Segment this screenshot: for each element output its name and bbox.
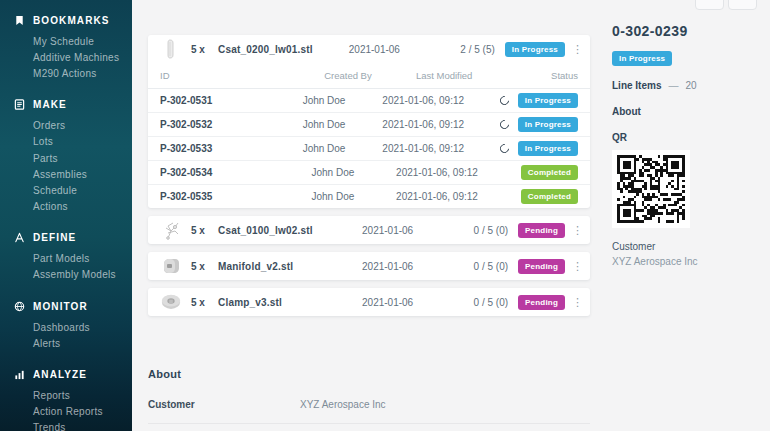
globe-icon [14, 300, 26, 312]
sidebar-section-label: MAKE [33, 99, 67, 110]
dash-separator: — [668, 80, 678, 91]
column-header-created-by: Created By [324, 70, 416, 81]
part-table-row[interactable]: P-302-0532 John Doe 2021-01-06, 09:12 In… [148, 112, 590, 136]
sidebar-section-label: ANALYZE [33, 369, 87, 380]
sidebar-item[interactable]: Alerts [14, 335, 132, 351]
column-header-last-modified: Last Modified [416, 70, 551, 81]
kebab-menu-icon[interactable] [572, 43, 582, 56]
line-item-summary-row[interactable]: 5 x Csat_0200_lw01.stl 2021-01-06 2 / 5 … [148, 35, 590, 63]
sidebar-item[interactable]: Assemblies [14, 166, 132, 182]
last-modified: 2021-01-06, 09:12 [396, 191, 521, 202]
panel-part-thumbnail [160, 38, 182, 60]
created-by: John Doe [311, 167, 396, 178]
order-detail-page: BOOKMARKS My Schedule Additive Machines … [0, 0, 770, 431]
sidebar-item[interactable]: M290 Actions [14, 65, 132, 81]
status-badge: In Progress [505, 42, 565, 57]
panel-customer-value: XYZ Aerospace Inc [612, 256, 770, 267]
quantity-label: 5 x [191, 44, 218, 55]
sidebar-section: DEFINE Part Models Assembly Models [14, 232, 132, 283]
part-table-row[interactable]: P-302-0533 John Doe 2021-01-06, 09:12 In… [148, 136, 590, 160]
date-label: 2021-01-06 [349, 44, 437, 55]
filename-label: Csat_0200_lw01.stl [218, 44, 349, 55]
sidebar-section: MAKE Orders Lots Parts Assemblies Schedu… [14, 99, 132, 215]
order-status-badge: In Progress [612, 51, 672, 66]
order-summary-panel: 0-302-0239 In Progress Line Items — 20 A… [612, 0, 770, 431]
sidebar-section-label: MONITOR [33, 301, 88, 312]
clipboard-icon [14, 99, 26, 111]
progress-count-label: 0 / 5 (0) [450, 261, 508, 272]
created-by: John Doe [311, 191, 396, 202]
sidebar-item[interactable]: Action Reports [14, 404, 132, 420]
sidebar: BOOKMARKS My Schedule Additive Machines … [0, 0, 132, 431]
status-badge: Pending [518, 259, 565, 274]
about-title: About [148, 368, 590, 380]
part-id: P-302-0532 [160, 119, 303, 130]
status-badge: In Progress [518, 141, 578, 156]
about-section: About Customer XYZ Aerospace Inc [148, 368, 590, 424]
date-label: 2021-01-06 [362, 297, 450, 308]
date-label: 2021-01-06 [362, 225, 450, 236]
panel-action-button-1[interactable] [695, 0, 724, 10]
sidebar-item[interactable]: Reports [14, 387, 132, 403]
created-by: John Doe [303, 95, 383, 106]
sidebar-item[interactable]: Parts [14, 150, 132, 166]
antenna-part-thumbnail [160, 219, 182, 241]
kebab-menu-icon[interactable] [572, 296, 582, 309]
line-item-summary-row[interactable]: 5 x Clamp_v3.stl 2021-01-06 0 / 5 (0) Pe… [148, 288, 590, 316]
sidebar-item[interactable]: Dashboards [14, 319, 132, 335]
progress-count-label: 0 / 5 (0) [450, 297, 508, 308]
kebab-menu-icon[interactable] [572, 260, 582, 273]
sidebar-section-header: ANALYZE [14, 368, 132, 380]
panel-customer-label: Customer [612, 241, 770, 252]
sidebar-item[interactable]: Assembly Models [14, 267, 132, 283]
sidebar-item[interactable]: Part Models [14, 251, 132, 267]
status-badge: In Progress [518, 93, 578, 108]
part-id: P-302-0531 [160, 95, 303, 106]
sidebar-section-header: MAKE [14, 99, 132, 111]
part-table-row[interactable]: P-302-0534 John Doe 2021-01-06, 09:12 Co… [148, 160, 590, 184]
line-item-summary-row[interactable]: 5 x Manifold_v2.stl 2021-01-06 0 / 5 (0)… [148, 252, 590, 280]
line-item-card: 5 x Csat_0100_lw02.stl 2021-01-06 0 / 5 … [148, 216, 590, 244]
progress-count-label: 0 / 5 (0) [450, 225, 508, 236]
compass-icon [14, 232, 26, 244]
panel-toolbar [695, 0, 757, 10]
filename-label: Manifold_v2.stl [218, 261, 362, 272]
sidebar-item[interactable]: Lots [14, 134, 132, 150]
part-table-row[interactable]: P-302-0535 John Doe 2021-01-06, 09:12 Co… [148, 184, 590, 208]
sidebar-item[interactable]: Actions [14, 199, 132, 215]
line-items-count: 20 [685, 80, 696, 91]
column-header-status: Status [551, 70, 578, 81]
part-id: P-302-0535 [160, 191, 311, 202]
panel-action-button-2[interactable] [728, 0, 757, 10]
manifold-part-thumbnail [160, 255, 182, 277]
order-id-title: 0-302-0239 [612, 23, 770, 39]
clamp-part-thumbnail [160, 291, 182, 313]
status-badge: Completed [521, 165, 578, 180]
panel-about-label: About [612, 106, 770, 117]
line-item-summary-row[interactable]: 5 x Csat_0100_lw02.stl 2021-01-06 0 / 5 … [148, 216, 590, 244]
in-progress-spinner-icon [498, 142, 511, 155]
last-modified: 2021-01-06, 09:12 [382, 95, 499, 106]
sidebar-item[interactable]: Trends [14, 420, 132, 431]
qr-code [612, 150, 690, 228]
kebab-menu-icon[interactable] [572, 224, 582, 237]
sidebar-sections: BOOKMARKS My Schedule Additive Machines … [14, 14, 132, 431]
last-modified: 2021-01-06, 09:12 [382, 143, 499, 154]
sidebar-section-header: DEFINE [14, 232, 132, 244]
quantity-label: 5 x [191, 297, 218, 308]
status-badge: In Progress [518, 117, 578, 132]
date-label: 2021-01-06 [362, 261, 450, 272]
sidebar-section-header: MONITOR [14, 300, 132, 312]
sidebar-item[interactable]: Schedule [14, 182, 132, 198]
about-row-value: XYZ Aerospace Inc [300, 399, 386, 410]
sidebar-item[interactable]: My Schedule [14, 33, 132, 49]
quantity-label: 5 x [191, 225, 218, 236]
part-table-row[interactable]: P-302-0531 John Doe 2021-01-06, 09:12 In… [148, 88, 590, 112]
line-item-card: 5 x Csat_0200_lw01.stl 2021-01-06 2 / 5 … [148, 35, 590, 208]
sidebar-item[interactable]: Additive Machines [14, 49, 132, 65]
sidebar-section-header: BOOKMARKS [14, 14, 132, 26]
sidebar-item[interactable]: Orders [14, 118, 132, 134]
bar-chart-icon [14, 368, 26, 380]
part-id: P-302-0533 [160, 143, 303, 154]
qr-label: QR [612, 132, 770, 143]
